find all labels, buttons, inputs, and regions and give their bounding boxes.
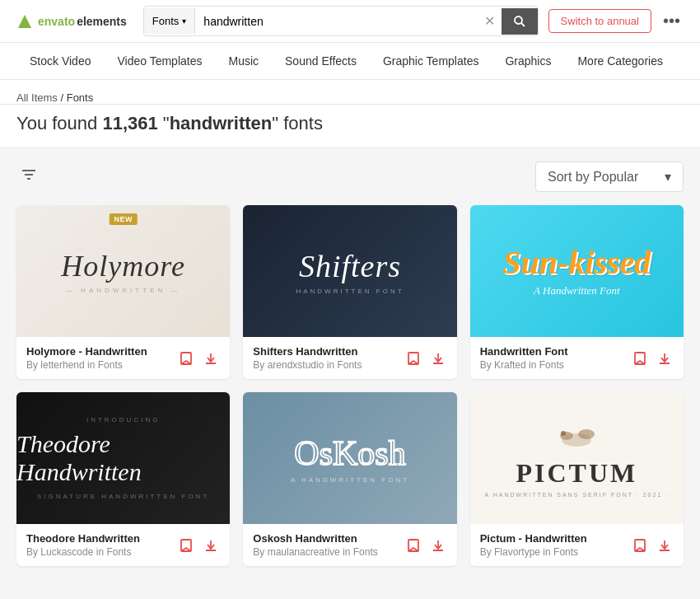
- bird-decoration: [544, 419, 609, 452]
- switch-annual-button[interactable]: Switch to annual: [548, 9, 651, 33]
- font-preview-text: Shifters: [296, 248, 404, 284]
- author-link[interactable]: maulanacreative: [268, 546, 340, 558]
- search-clear-button[interactable]: ✕: [478, 7, 502, 35]
- table-row[interactable]: Shifters HANDWRITTEN FONT Shifters Handw…: [243, 205, 456, 379]
- nav-item-stock-video[interactable]: Stock Video: [16, 43, 104, 79]
- card-author: By letterhend in Fonts: [26, 359, 177, 371]
- font-preview-sub: A Handwritten Font: [502, 284, 651, 297]
- download-button[interactable]: [202, 536, 220, 555]
- download-button[interactable]: [429, 536, 447, 555]
- card-title: Pictum - Handwritten: [480, 532, 631, 545]
- nav-item-music[interactable]: Music: [215, 43, 272, 79]
- card-actions: [631, 349, 674, 367]
- download-icon: [431, 351, 446, 366]
- author-link[interactable]: Krafted: [494, 359, 526, 371]
- search-filter-dropdown[interactable]: Fonts ▾: [144, 8, 196, 34]
- bookmark-button[interactable]: [404, 536, 422, 555]
- card-info: Shifters Handwritten By arendxstudio in …: [243, 337, 456, 379]
- card-text: Shifters Handwritten By arendxstudio in …: [253, 345, 404, 371]
- filter-button[interactable]: [16, 162, 41, 191]
- card-text: Pictum - Handwritten By Flavortype in Fo…: [480, 532, 631, 558]
- header-right: Switch to annual •••: [548, 8, 684, 34]
- found-prefix: You found: [16, 113, 102, 133]
- font-preview-sub: SIGNATURE HANDWRITTEN FONT: [37, 493, 209, 500]
- font-preview-text: Holymore: [61, 249, 185, 283]
- download-icon: [203, 351, 218, 366]
- table-row[interactable]: NEW Holymore — HANDWRITTEN — Holymore - …: [16, 205, 230, 379]
- nav-item-graphics[interactable]: Graphics: [492, 43, 564, 79]
- author-link[interactable]: arendxstudio: [268, 359, 324, 371]
- search-input[interactable]: [195, 8, 477, 35]
- card-thumbnail: PICTUM A HANDWRITTEN SANS SERIF FONT · 2…: [470, 392, 684, 524]
- card-text: Holymore - Handwritten By letterhend in …: [26, 345, 177, 371]
- logo[interactable]: envatoelements: [16, 13, 127, 30]
- author-link[interactable]: Luckascode: [40, 546, 93, 558]
- table-row[interactable]: PICTUM A HANDWRITTEN SANS SERIF FONT · 2…: [470, 392, 684, 566]
- sort-dropdown[interactable]: Sort by Popular ▾: [535, 161, 684, 192]
- table-row[interactable]: OsKosh A HANDWRITTEN FONT Oskosh Handwri…: [243, 392, 456, 566]
- card-text: Oskosh Handwritten By maulanacreative in…: [253, 532, 404, 558]
- card-title: Theodore Handwritten: [26, 532, 177, 545]
- download-button[interactable]: [429, 349, 447, 367]
- card-author: By maulanacreative in Fonts: [253, 546, 404, 558]
- more-options-icon: •••: [663, 12, 680, 30]
- filter-icon: [20, 166, 38, 184]
- category-link[interactable]: Fonts: [539, 359, 564, 371]
- found-text: You found 11,361 "handwritten" fonts: [16, 113, 684, 134]
- nav-item-graphic-templates[interactable]: Graphic Templates: [370, 43, 492, 79]
- card-text: Handwritten Font By Krafted in Fonts: [480, 345, 631, 371]
- category-link[interactable]: Fonts: [553, 546, 578, 558]
- svg-line-2: [521, 23, 525, 26]
- font-preview-text: Theodore Handwritten: [16, 430, 230, 486]
- table-row[interactable]: Sun-kissed A Handwritten Font Handwritte…: [470, 205, 684, 379]
- download-button[interactable]: [202, 349, 220, 367]
- font-preview-text: OsKosh: [294, 433, 405, 473]
- card-thumbnail: NEW Holymore — HANDWRITTEN —: [16, 205, 230, 337]
- nav-item-more-categories[interactable]: More Categories: [564, 43, 676, 79]
- found-suffix: fonts: [278, 113, 323, 133]
- sort-arrow-icon: ▾: [665, 169, 671, 185]
- found-text-area: You found 11,361 "handwritten" fonts: [0, 105, 700, 148]
- card-title: Holymore - Handwritten: [26, 345, 177, 358]
- more-options-button[interactable]: •••: [660, 8, 684, 34]
- card-author: By Krafted in Fonts: [480, 359, 631, 371]
- card-actions: [404, 536, 447, 555]
- logo-elements-text: elements: [77, 15, 127, 28]
- search-submit-button[interactable]: [502, 8, 538, 35]
- category-link[interactable]: Fonts: [98, 359, 123, 371]
- bookmark-button[interactable]: [177, 536, 195, 555]
- search-bar: Fonts ▾ ✕: [143, 6, 539, 36]
- bookmark-button[interactable]: [404, 349, 422, 367]
- card-author: By Luckascode in Fonts: [26, 546, 177, 558]
- download-button[interactable]: [656, 536, 674, 555]
- svg-marker-0: [18, 15, 31, 28]
- card-actions: [404, 349, 447, 367]
- category-link[interactable]: Fonts: [337, 359, 362, 371]
- header: envatoelements Fonts ▾ ✕ Switch to annua…: [0, 0, 700, 43]
- breadcrumb-current: Fonts: [67, 91, 94, 104]
- breadcrumb-all-items[interactable]: All Items: [16, 91, 58, 104]
- category-link[interactable]: Fonts: [353, 546, 378, 558]
- nav-item-sound-effects[interactable]: Sound Effects: [272, 43, 370, 79]
- download-button[interactable]: [656, 349, 674, 367]
- breadcrumb: All Items / Fonts: [16, 91, 684, 104]
- category-link[interactable]: Fonts: [106, 546, 131, 558]
- font-preview-sub: — HANDWRITTEN —: [61, 287, 185, 294]
- table-row[interactable]: INTRODUCING Theodore Handwritten SIGNATU…: [16, 392, 230, 566]
- bookmark-button[interactable]: [631, 536, 649, 555]
- card-thumbnail: OsKosh A HANDWRITTEN FONT: [243, 392, 456, 524]
- bookmark-button[interactable]: [177, 349, 195, 367]
- card-info: Holymore - Handwritten By letterhend in …: [16, 337, 230, 379]
- font-grid: NEW Holymore — HANDWRITTEN — Holymore - …: [16, 205, 684, 566]
- download-icon: [203, 538, 218, 553]
- card-info: Theodore Handwritten By Luckascode in Fo…: [16, 524, 230, 566]
- author-link[interactable]: Flavortype: [494, 546, 540, 558]
- nav-item-video-templates[interactable]: Video Templates: [104, 43, 215, 79]
- card-title: Shifters Handwritten: [253, 345, 404, 358]
- nav: Stock Video Video Templates Music Sound …: [0, 43, 700, 80]
- font-preview-sub: A HANDWRITTEN SANS SERIF FONT · 2021 ·: [484, 492, 669, 498]
- bookmark-button[interactable]: [631, 349, 649, 367]
- author-link[interactable]: letterhend: [40, 359, 84, 371]
- bookmark-icon: [632, 351, 647, 366]
- logo-envato-text: envato: [38, 15, 75, 28]
